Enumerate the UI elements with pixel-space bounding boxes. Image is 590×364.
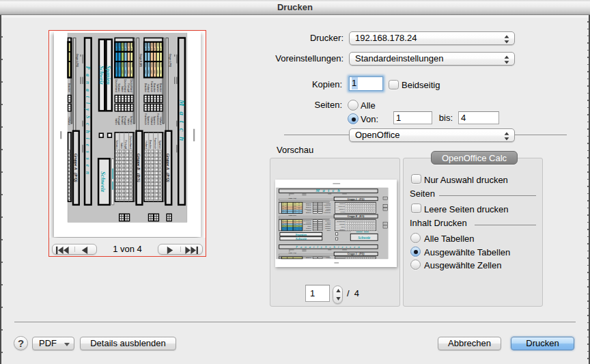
svg-text:Portugal: Portugal [127,83,130,92]
svg-text:Portugal: Portugal [124,140,127,149]
svg-text:Italien: Italien [326,229,330,231]
svg-text:Holland: Holland [147,84,150,92]
svg-text:Spanien: Spanien [158,140,161,149]
svg-text:Spanien: Spanien [339,203,344,204]
svg-text:Holland: Holland [326,208,331,210]
svg-text:Schweiz: Schweiz [117,83,120,92]
svg-text:Frankreich: Frankreich [144,113,147,124]
svg-text:P a n a t l y S c h i e s s: P a n a t l y S c h i e s s e n [85,66,91,176]
svg-text:Deutschland: Deutschland [303,223,311,225]
svg-text:Schweiz: Schweiz [115,140,118,149]
svg-text:Brasilien: Brasilien [68,83,70,92]
svg-text:Deutschland: Deutschland [303,229,311,231]
svg-text:Holland: Holland [159,117,162,125]
svg-text:Portugal: Portugal [325,227,331,229]
svg-text:Schweiz: Schweiz [100,171,107,193]
svg-text:Brasilien: Brasilien [153,83,156,92]
svg-text:Holland: Holland [340,211,345,212]
svg-text:Holland: Holland [68,117,70,125]
svg-text:M a t c h: M a t c h [315,188,341,193]
svg-text:Holland: Holland [145,141,148,149]
svg-text:Deutschland: Deutschland [337,221,344,222]
svg-text:Spanien: Spanien [153,116,156,125]
svg-text:Frankreich: Frankreich [150,81,153,92]
svg-text:Italien: Italien [121,86,124,92]
svg-text:Spanien: Spanien [325,206,330,208]
svg-text:Spanien: Spanien [306,204,311,206]
svg-text:Schweiz: Schweiz [98,66,104,85]
svg-text:Italien: Italien [326,222,330,223]
svg-text:Brasilien: Brasilien [306,206,311,208]
svg-text:Deutschland: Deutschland [124,79,126,92]
svg-text:Italien: Italien [341,226,344,227]
svg-text:Schweiz: Schweiz [121,116,124,125]
svg-text:Deutschland: Deutschland [303,220,311,221]
svg-text:Spanien: Spanien [325,210,330,211]
svg-text:Spanien: Spanien [296,233,307,236]
svg-text:Gruppe A (P/Q): Gruppe A (P/Q) [165,154,170,182]
svg-text:Deutschland: Deutschland [130,79,132,92]
svg-text:Gruppe A (P/Q): Gruppe A (P/Q) [73,154,78,182]
svg-text:Brasilien: Brasilien [306,212,311,213]
svg-text:Brasilien: Brasilien [144,83,147,92]
svg-text:Schweiz: Schweiz [296,237,307,240]
svg-text:Schweiz: Schweiz [130,116,132,125]
svg-text:Gruppe A (P/Q): Gruppe A (P/Q) [348,253,365,255]
svg-text:Frankreich: Frankreich [324,212,331,213]
svg-text:Portugal: Portugal [325,223,331,225]
svg-text:Holland: Holland [150,117,153,125]
svg-text:Italien: Italien [115,118,117,124]
svg-text:Brasilien: Brasilien [149,140,152,149]
svg-text:Brasilien: Brasilien [306,203,311,204]
svg-text:Portugal: Portugal [339,223,345,225]
svg-text:Schweiz: Schweiz [306,227,311,229]
svg-text:P a n a t l y S c h i e s s: P a n a t l y S c h i e s s e n [296,245,361,249]
svg-text:Schweiz: Schweiz [339,229,345,230]
svg-text:Frankreich: Frankreich [324,204,331,206]
svg-text:Schweiz: Schweiz [325,225,331,227]
svg-text:Spanien: Spanien [105,66,111,85]
svg-text:Brasilien: Brasilien [339,208,345,210]
svg-text:Spanien: Spanien [156,83,159,92]
svg-text:Schweiz: Schweiz [325,220,331,221]
svg-text:Portugal: Portugal [124,116,126,125]
svg-text:M a t c h: M a t c h [178,99,186,143]
svg-text:Frankreich: Frankreich [156,113,159,124]
svg-text:Holland: Holland [326,203,331,204]
svg-text:Holland: Holland [326,257,331,258]
svg-text:Italien: Italien [120,143,123,149]
svg-text:Italien: Italien [307,225,311,227]
svg-text:Portugal: Portugal [117,116,120,125]
svg-text:Frankreich: Frankreich [305,208,311,210]
svg-text:Frankreich: Frankreich [338,206,345,207]
svg-text:Gruppe A (P/Q): Gruppe A (P/Q) [348,198,365,201]
svg-text:Deutschland: Deutschland [129,136,132,149]
svg-text:Schweiz: Schweiz [358,236,371,240]
svg-text:Italien: Italien [127,118,130,124]
svg-text:Brasilien: Brasilien [306,257,311,258]
svg-text:Holland: Holland [307,210,311,211]
svg-text:Gruppe A (P/Q): Gruppe A (P/Q) [76,54,79,67]
svg-text:Gruppe A (P/Q): Gruppe A (P/Q) [169,54,171,67]
svg-text:Brasilien: Brasilien [159,83,162,92]
svg-text:Spanien: Spanien [147,116,150,125]
svg-text:Frankreich: Frankreich [154,138,156,149]
svg-text:Portugal: Portugal [306,222,311,223]
svg-text:Deutschland: Deutschland [115,79,117,92]
svg-text:Gruppe B (B/S): Gruppe B (B/S) [348,215,365,218]
svg-text:Gruppe B (B/S): Gruppe B (B/S) [139,54,142,67]
svg-text:Gruppe B (B/S): Gruppe B (B/S) [136,154,141,182]
